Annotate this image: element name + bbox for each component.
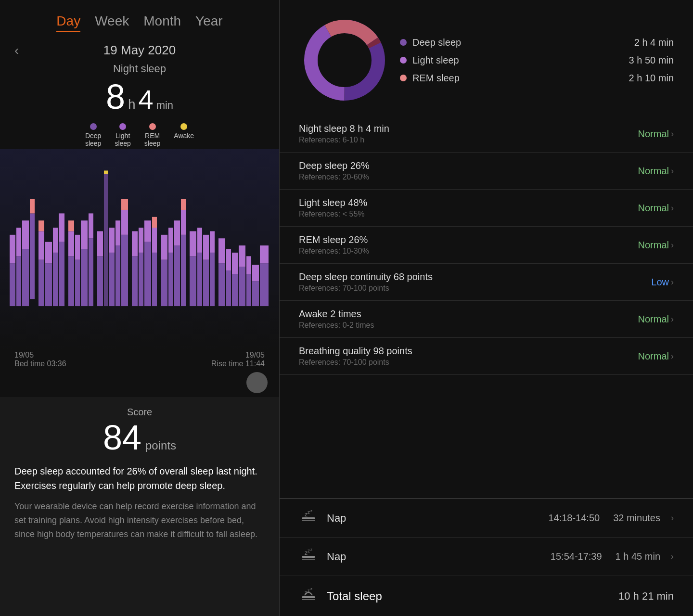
svg-rect-33 [116,245,120,306]
min-label: min [156,99,173,112]
stat-right-night: Normal › [638,128,674,140]
score-points: points [145,439,176,452]
stat-right-breathing: Normal › [638,351,674,362]
svg-rect-82 [302,517,315,519]
sleep-minutes: 4 [139,84,154,115]
scroll-handle[interactable] [246,372,268,393]
light-name: Light sleep [412,55,623,66]
stat-title-night: Night sleep 8 h 4 min [299,123,638,134]
svg-rect-31 [109,253,115,306]
svg-rect-69 [232,253,238,274]
chart-svg [0,149,279,349]
stat-row-awake[interactable]: Awake 2 times References: 0-2 times Norm… [280,301,693,338]
stat-ref-rem: References: 10-30% [299,247,638,256]
svg-rect-25 [89,238,93,306]
svg-rect-83 [302,520,315,521]
stat-row-light-sleep[interactable]: Light sleep 48% References: < 55% Normal… [280,190,693,227]
chevron-deep: › [671,166,674,176]
score-label: Score [14,407,265,418]
rem-name: REM sleep [412,73,623,84]
stat-right-rem: Normal › [638,240,674,251]
donut-chart [299,14,390,106]
svg-rect-6 [22,220,29,249]
chevron-rem: › [671,240,674,250]
light-sleep-legend: Light sleep 3 h 50 min [400,55,674,66]
light-dot [119,123,126,130]
stat-row-deep-sleep[interactable]: Deep sleep 26% References: 20-60% Normal… [280,153,693,190]
svg-rect-71 [239,245,245,267]
tip-title: Deep sleep accounted for 26% of overall … [14,464,265,493]
top-section: Deep sleep 2 h 4 min Light sleep 3 h 50 … [280,0,693,116]
svg-rect-37 [121,199,128,210]
legend-deep: Deepsleep [85,123,101,147]
score-value-row: 84 points [14,418,265,457]
svg-rect-88 [302,559,315,560]
light-duration: 3 h 50 min [629,55,674,66]
tab-year[interactable]: Year [195,13,223,32]
svg-rect-55 [181,199,186,210]
svg-rect-16 [59,242,64,306]
deep-sleep-legend: Deep sleep 2 h 4 min [400,37,674,48]
nap-row-2[interactable]: z z z Nap 15:54-17:39 1 h 45 min › [280,538,693,576]
nap-time-2: 15:54-17:39 [551,551,602,562]
stat-title-awake: Awake 2 times [299,308,638,320]
stat-ref-awake: References: 0-2 times [299,321,638,330]
svg-text:z: z [308,588,310,593]
sleep-chart [0,149,279,349]
stat-info-rem: REM sleep 26% References: 10-30% [299,234,638,256]
svg-text:z: z [310,587,312,591]
chart-legend: Deepsleep Lightsleep REMsleep Awake [0,119,279,149]
tabs-row: Day Week Month Year [0,0,279,37]
stat-row-rem-sleep[interactable]: REM sleep 26% References: 10-30% Normal … [280,227,693,264]
score-section: Score 84 points Deep sleep accounted for… [0,397,279,616]
nap-duration-1: 32 minutes [613,513,660,524]
rem-label: REMsleep [144,132,160,147]
svg-rect-73 [246,256,251,274]
svg-rect-74 [252,281,259,306]
svg-rect-40 [139,253,143,306]
svg-rect-5 [22,249,29,307]
svg-rect-56 [190,256,196,306]
status-breathing: Normal [638,351,669,362]
svg-rect-48 [161,235,167,260]
tab-day[interactable]: Day [56,13,80,32]
svg-text:z: z [308,548,310,553]
stat-row-breathing[interactable]: Breathing quality 98 points References: … [280,338,693,375]
bed-time: 19/05 Bed time 03:36 [14,351,66,368]
svg-text:z: z [310,509,312,513]
svg-rect-17 [59,213,64,242]
status-light: Normal [638,203,669,214]
rem-circle [400,75,407,81]
svg-rect-23 [81,249,88,307]
rem-duration: 2 h 10 min [629,73,674,84]
svg-rect-38 [132,256,138,306]
svg-rect-62 [210,253,215,306]
status-awake: Normal [638,314,669,325]
svg-rect-26 [89,213,93,238]
status-continuity: Low [651,277,669,288]
prev-arrow[interactable]: ‹ [14,43,19,58]
night-sleep-label: Night sleep [0,63,279,75]
svg-rect-34 [116,220,120,245]
svg-rect-21 [75,260,80,306]
nap-duration-2: 1 h 45 min [616,551,660,562]
svg-rect-36 [121,210,128,235]
nap-row-1[interactable]: z z z Nap 14:18-14:50 32 minutes › [280,499,693,538]
bed-rise-row: 19/05 Bed time 03:36 19/05 Rise time 11:… [0,349,279,372]
svg-rect-49 [168,253,173,306]
stat-row-continuity[interactable]: Deep sleep continuity 68 points Referenc… [280,264,693,301]
legend-awake: Awake [174,123,194,147]
stat-ref-continuity: References: 70-100 points [299,284,651,293]
tab-month[interactable]: Month [143,13,181,32]
stat-row-night-sleep[interactable]: Night sleep 8 h 4 min References: 6-10 h… [280,116,693,153]
svg-rect-61 [203,235,209,260]
svg-rect-18 [68,256,74,306]
svg-rect-11 [38,220,44,231]
svg-rect-13 [45,242,52,263]
svg-rect-54 [181,210,186,235]
h-label: h [128,97,136,112]
tab-week[interactable]: Week [95,13,129,32]
svg-rect-3 [16,256,21,306]
light-label: Lightsleep [115,132,130,147]
svg-rect-35 [121,235,128,306]
